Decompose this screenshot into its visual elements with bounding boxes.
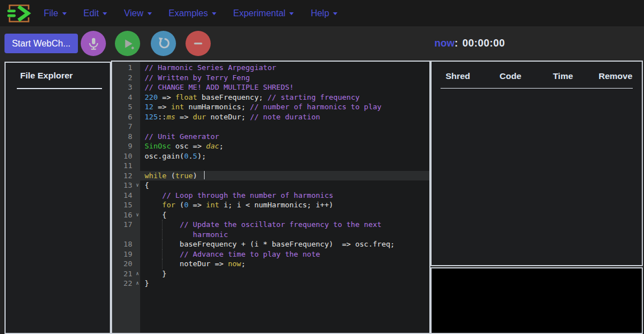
start-webchuck-button[interactable]: Start WebCh... — [4, 34, 78, 53]
remove-shred-button[interactable] — [186, 31, 211, 56]
text-cursor — [204, 171, 205, 179]
code-text: { — [140, 210, 429, 220]
menu-item-edit[interactable]: Edit — [84, 8, 108, 18]
now-separator: : — [455, 38, 458, 49]
editor-line[interactable]: 20 noteDur => now; — [112, 259, 429, 269]
line-number[interactable]: 10 — [112, 151, 140, 161]
replace-shred-button[interactable] — [151, 31, 176, 56]
line-number[interactable] — [112, 230, 140, 240]
file-explorer-title: File Explorer — [20, 71, 110, 81]
menu-item-examples[interactable]: Examples — [169, 8, 216, 18]
code-text: // Unit Generator — [140, 132, 429, 142]
line-number[interactable]: 18 — [112, 239, 140, 249]
play-add-shred-icon — [120, 36, 136, 52]
editor-line[interactable]: 2// Written by Terry Feng — [112, 73, 429, 83]
editor-line[interactable]: harmonic — [112, 230, 429, 240]
code-text: baseFrequency + (i * baseFrequency) => o… — [140, 239, 429, 249]
chuck-logo-icon[interactable] — [6, 2, 33, 25]
code-text: } — [140, 279, 429, 289]
code-editor[interactable]: 1// Harmonic Series Arpeggiator2// Writt… — [111, 61, 430, 334]
line-number[interactable]: 13∨ — [112, 180, 140, 191]
code-text — [140, 161, 429, 171]
menu-item-view[interactable]: View — [124, 8, 151, 18]
menu-item-file[interactable]: File — [44, 8, 67, 18]
editor-line[interactable]: 21∧ } — [112, 269, 429, 279]
editor-line[interactable]: 17 // Update the oscillator frequency to… — [112, 220, 429, 230]
line-number[interactable]: 1 — [112, 63, 140, 73]
editor-line[interactable]: 7 — [112, 122, 429, 132]
code-text: harmonic — [140, 230, 429, 240]
editor-line[interactable]: 16∨ { — [112, 210, 429, 220]
line-number[interactable]: 3 — [112, 82, 140, 92]
chevron-down-icon — [289, 12, 294, 15]
code-text: // Written by Terry Feng — [140, 73, 429, 83]
add-shred-button[interactable] — [115, 31, 140, 56]
editor-line[interactable]: 1// Harmonic Series Arpeggiator — [112, 63, 429, 73]
line-number[interactable]: 8 — [112, 132, 140, 142]
editor-line[interactable]: 11 — [112, 161, 429, 171]
editor-line[interactable]: 15 for (0 => int i; i < numHarmonics; i+… — [112, 200, 429, 210]
code-text: // Update the oscillator frequency to th… — [140, 220, 429, 230]
line-number[interactable]: 12 — [112, 171, 140, 181]
fold-open-icon[interactable]: ∨ — [136, 210, 139, 220]
line-number[interactable]: 20 — [112, 259, 140, 269]
line-number[interactable]: 2 — [112, 73, 140, 83]
shred-table-header-row: ShredCodeTimeRemove — [432, 71, 642, 81]
shred-table-panel: ShredCodeTimeRemove — [430, 61, 643, 266]
fold-open-icon[interactable]: ∨ — [136, 180, 139, 191]
code-text: // Harmonic Series Arpeggiator — [140, 63, 429, 73]
replace-shred-icon — [156, 36, 171, 51]
editor-line[interactable]: 13∨{ — [112, 180, 429, 191]
editor-line[interactable]: 22∧} — [112, 279, 429, 289]
shred-column-header-time: Time — [537, 71, 590, 81]
line-number[interactable]: 5 — [112, 102, 140, 112]
fold-close-icon[interactable]: ∧ — [136, 279, 139, 289]
editor-line[interactable]: 3// CHANGE ME! ADD MULTIPLE SHREDS! — [112, 82, 429, 92]
editor-line[interactable]: 14 // Loop through the number of harmoni… — [112, 191, 429, 201]
line-number[interactable]: 16∨ — [112, 210, 140, 220]
code-text — [140, 122, 429, 132]
code-text: 220 => float baseFrequency; // starting … — [140, 92, 429, 103]
editor-line[interactable]: 8// Unit Generator — [112, 132, 429, 142]
microphone-icon — [86, 36, 101, 51]
file-explorer-divider — [17, 88, 102, 89]
line-number[interactable]: 14 — [112, 191, 140, 201]
line-number[interactable]: 7 — [112, 122, 140, 132]
chevron-down-icon — [103, 12, 107, 15]
line-number[interactable]: 19 — [112, 249, 140, 259]
code-text: } — [140, 269, 429, 279]
shred-column-header-remove: Remove — [589, 71, 642, 81]
line-number[interactable]: 6 — [112, 112, 140, 122]
editor-lines: 1// Harmonic Series Arpeggiator2// Writt… — [112, 63, 429, 289]
chevron-down-icon — [212, 12, 216, 15]
editor-line[interactable]: 10osc.gain(0.5); — [112, 151, 429, 161]
code-text: 125::ms => dur noteDur; // note duration — [140, 112, 429, 122]
toolbar: Start WebCh... now: 00:00:00 — [0, 26, 644, 61]
editor-line[interactable]: 18 baseFrequency + (i * baseFrequency) =… — [112, 239, 429, 249]
code-text: { — [140, 180, 429, 191]
editor-line[interactable]: 512 => int numHarmonics; // number of ha… — [112, 102, 429, 112]
chevron-down-icon — [147, 12, 152, 15]
line-number[interactable]: 22∧ — [112, 279, 140, 289]
editor-line[interactable]: 12while (true) — [112, 171, 429, 181]
editor-line[interactable]: 4220 => float baseFrequency; // starting… — [112, 92, 429, 103]
editor-line[interactable]: 9SinOsc osc => dac; — [112, 141, 429, 151]
menu-item-label: Edit — [84, 8, 99, 18]
code-text: while (true) — [140, 171, 429, 181]
code-text: for (0 => int i; i < numHarmonics; i++) — [140, 200, 429, 210]
fold-close-icon[interactable]: ∧ — [136, 269, 139, 279]
editor-line[interactable]: 19 // Advance time to play the note — [112, 249, 429, 259]
menu-item-label: Examples — [169, 8, 208, 18]
menu-item-experimental[interactable]: Experimental — [233, 8, 294, 18]
menu-item-help[interactable]: Help — [311, 8, 337, 18]
line-number[interactable]: 4 — [112, 92, 140, 103]
line-number[interactable]: 15 — [112, 200, 140, 210]
microphone-button[interactable] — [81, 31, 106, 56]
code-text: 12 => int numHarmonics; // number of har… — [140, 102, 429, 112]
line-number[interactable]: 9 — [112, 141, 140, 151]
line-number[interactable]: 11 — [112, 161, 140, 171]
line-number[interactable]: 17 — [112, 220, 140, 230]
line-number[interactable]: 21∧ — [112, 269, 140, 279]
now-label: now — [434, 38, 455, 49]
editor-line[interactable]: 6125::ms => dur noteDur; // note duratio… — [112, 112, 429, 122]
